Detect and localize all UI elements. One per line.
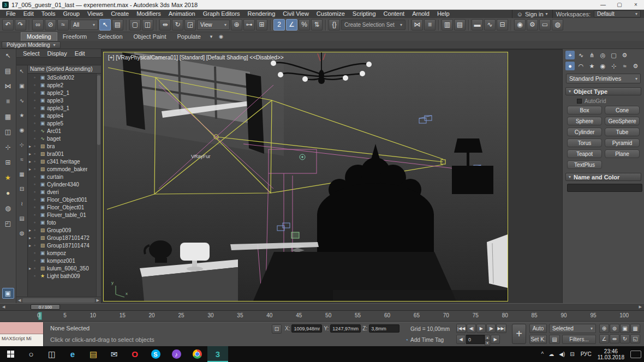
- maximize-button[interactable]: ▢: [611, 0, 628, 9]
- ribbon-config-icon[interactable]: ▾: [206, 33, 216, 41]
- name-color-rollout[interactable]: ▾ Name and Color: [565, 173, 641, 181]
- render-setup-icon[interactable]: ⚙: [527, 19, 538, 31]
- create-panel-tab[interactable]: +: [565, 51, 575, 59]
- explorer-vertical-scrollbar[interactable]: [96, 74, 101, 297]
- scrollbar-thumb[interactable]: [22, 298, 94, 303]
- mirror-tool-icon[interactable]: ⋈: [3, 82, 13, 90]
- add-time-tag[interactable]: ◔ Add Time Tag: [405, 337, 444, 343]
- scene-object-row[interactable]: ◦∿Arc01: [28, 127, 96, 135]
- explorer-menu-edit[interactable]: Edit: [71, 50, 88, 57]
- visibility-dot-icon[interactable]: ◦: [34, 90, 39, 95]
- maximize-viewport-toggle-icon[interactable]: ◱: [630, 334, 640, 343]
- title-bar[interactable]: 3 17_005_guestr_01_last — experement.max…: [0, 0, 644, 10]
- visibility-dot-icon[interactable]: ◦: [34, 120, 39, 126]
- scene-object-row[interactable]: ◦▣apple3: [28, 96, 96, 104]
- expand-icon[interactable]: ▸: [29, 236, 34, 240]
- helpers-category-icon[interactable]: ⊹: [609, 62, 618, 70]
- toggle-ribbon-icon[interactable]: ▬: [472, 19, 483, 31]
- trackbar-left-arrow[interactable]: ◀: [2, 305, 5, 309]
- scene-object-row[interactable]: ▸◦▧Group187101472: [28, 234, 96, 242]
- scene-object-row[interactable]: ▸◦▧Group187101474: [28, 242, 96, 249]
- explorer-pick-icon[interactable]: ↖: [18, 68, 26, 75]
- use-pivot-point-center-icon[interactable]: ⊕: [231, 19, 242, 31]
- name-column-header[interactable]: Name (Sorted Ascending): [28, 65, 101, 74]
- previous-key-button[interactable]: ◀|: [467, 324, 476, 333]
- select-and-link-icon[interactable]: ∞: [32, 19, 44, 31]
- baseboard[interactable]: [487, 234, 508, 288]
- spacewarps-category-icon[interactable]: ≈: [620, 62, 629, 70]
- scene-object-row[interactable]: ◦▣Floor_Object001: [28, 196, 96, 203]
- listener-line[interactable]: MAXScript Mi: [0, 334, 43, 346]
- object-type-rollout[interactable]: ▾ Object Type: [565, 87, 641, 95]
- visibility-dot-icon[interactable]: ◦: [34, 250, 39, 256]
- primitive-cylinder-button[interactable]: Cylinder: [567, 128, 602, 136]
- toggle-scene-explorer-icon[interactable]: ▥: [442, 19, 453, 31]
- close-button[interactable]: ×: [628, 0, 644, 9]
- ribbon-tab-modeling[interactable]: Modeling: [21, 32, 57, 41]
- field-of-view-icon[interactable]: ∠: [599, 334, 609, 343]
- angle-snap-toggle-icon[interactable]: ∠: [286, 19, 297, 31]
- expand-icon[interactable]: ▸: [29, 159, 34, 164]
- filter-cameras-icon[interactable]: ◉: [18, 126, 26, 134]
- render-production-icon[interactable]: ◍: [552, 19, 563, 31]
- select-and-move-icon[interactable]: ⇹: [159, 19, 171, 31]
- visibility-dot-icon[interactable]: ◦: [34, 258, 39, 263]
- scene-object-row[interactable]: ▸◦▧bra001: [28, 150, 96, 158]
- expand-icon[interactable]: ▸: [29, 243, 34, 248]
- systems-category-icon[interactable]: ⚙: [631, 62, 640, 70]
- trackbar-right-arrow[interactable]: ▶: [639, 305, 642, 309]
- visibility-dot-icon[interactable]: ◦: [34, 159, 39, 164]
- scene-object-row[interactable]: ◦▣kompoz001: [28, 257, 96, 264]
- scroll-right-icon[interactable]: ▶: [97, 298, 99, 303]
- key-filters-icon[interactable]: ▤: [549, 335, 560, 344]
- primitive-box-button[interactable]: Box: [567, 106, 602, 114]
- display-panel-tab[interactable]: ▢: [609, 51, 618, 59]
- object-name-field[interactable]: [567, 184, 642, 192]
- undo-icon[interactable]: ↶: [2, 19, 14, 31]
- redo-icon[interactable]: ↷: [15, 19, 26, 31]
- mail-icon[interactable]: ✉: [104, 346, 124, 362]
- paint-tool-icon[interactable]: ◍: [3, 204, 13, 213]
- visibility-dot-icon[interactable]: ◦: [34, 174, 39, 179]
- menu-civil-view[interactable]: Civil View: [279, 10, 312, 18]
- menu-tools[interactable]: Tools: [38, 10, 59, 18]
- search-icon[interactable]: ○: [21, 346, 41, 362]
- snaps-toggle-icon[interactable]: 2: [273, 19, 285, 31]
- visibility-dot-icon[interactable]: ◦: [34, 166, 39, 172]
- scene-object-row[interactable]: ◦▣Floor_Object01: [28, 203, 96, 211]
- time-slider[interactable]: 0 / 100: [31, 304, 60, 310]
- cameras-category-icon[interactable]: ◉: [598, 62, 607, 70]
- previous-frame-button[interactable]: ◀: [456, 335, 466, 344]
- tray-expand-icon[interactable]: ^: [541, 351, 544, 357]
- scene-object-row[interactable]: ▸◦▧c341 heritage: [28, 158, 96, 165]
- scene-object-row[interactable]: ◦▣apple5: [28, 119, 96, 127]
- ribbon-tab-populate[interactable]: Populate: [171, 33, 206, 41]
- set-keys-button[interactable]: +: [512, 324, 526, 344]
- curve-editor-icon[interactable]: ∿: [484, 19, 496, 31]
- menu-modifiers[interactable]: Modifiers: [133, 10, 165, 18]
- unlink-selection-icon[interactable]: ⊘: [45, 19, 56, 31]
- visibility-dot-icon[interactable]: ◦: [34, 189, 39, 195]
- visibility-dot-icon[interactable]: ◦: [34, 212, 39, 218]
- onedrive-icon[interactable]: ☁: [548, 351, 554, 357]
- visibility-dot-icon[interactable]: ◦: [34, 151, 39, 156]
- select-and-manipulate-icon[interactable]: ⊶: [243, 19, 255, 31]
- primitive-geosphere-button[interactable]: GeoSphere: [605, 117, 640, 125]
- menu-arnold[interactable]: Arnold: [408, 10, 433, 18]
- next-key-button[interactable]: |▶: [486, 324, 496, 333]
- taskbar-clock[interactable]: 23:46 11.03.2018: [598, 348, 624, 360]
- spinner-up-icon[interactable]: ▴: [485, 335, 490, 340]
- utilities-panel-tab[interactable]: ⚙: [620, 51, 629, 59]
- ribbon-cycle-icon[interactable]: ◉: [216, 33, 226, 41]
- edit-named-selection-sets-icon[interactable]: {}: [329, 19, 340, 31]
- scene-object-row[interactable]: ▸◦▧bra: [28, 142, 96, 150]
- visibility-dot-icon[interactable]: ◦: [34, 243, 39, 248]
- ribbon-tab-object-paint[interactable]: Object Paint: [128, 33, 172, 41]
- align-tool-icon[interactable]: ≡: [3, 98, 13, 106]
- filter-containers-icon[interactable]: ▤: [18, 215, 26, 222]
- named-selection-sets-combo[interactable]: Create Selection Set▾: [341, 20, 406, 30]
- scene-object-row[interactable]: ◦▣apple2: [28, 81, 96, 89]
- visibility-dot-icon[interactable]: ◦: [34, 220, 39, 225]
- scene-object-row[interactable]: ◦▣foto: [28, 219, 96, 226]
- primitive-torus-button[interactable]: Torus: [567, 138, 602, 147]
